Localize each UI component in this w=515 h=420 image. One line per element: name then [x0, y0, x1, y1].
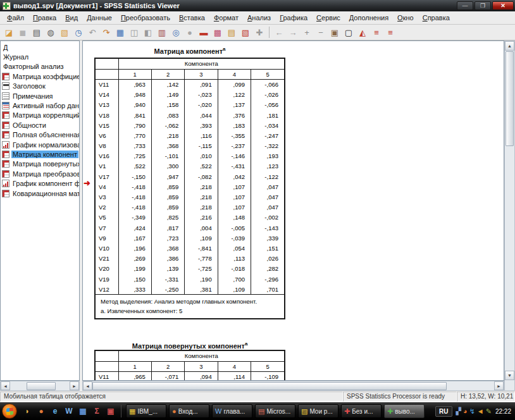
- collapse-icon[interactable]: −: [314, 27, 327, 39]
- restore-button[interactable]: ❐: [475, 1, 491, 10]
- pivot-table[interactable]: Компонента12345V11,965-,071,094,114-,109: [94, 350, 285, 381]
- collapse-outline-icon[interactable]: ◭: [356, 27, 369, 39]
- start-button[interactable]: [2, 404, 17, 419]
- print-preview-icon[interactable]: ◍: [44, 27, 57, 39]
- insert-columns-icon[interactable]: ≡: [384, 27, 397, 39]
- menu-item-3[interactable]: Вид: [61, 13, 82, 23]
- sidebar-item-10[interactable]: Полная объясненная: [1, 130, 79, 140]
- menu-item-12[interactable]: Окно: [393, 13, 418, 23]
- tray-icon-pen[interactable]: ✎: [486, 408, 492, 415]
- insert-title-icon[interactable]: ▩: [211, 27, 224, 39]
- sidebar-item-9[interactable]: Общности: [1, 120, 79, 130]
- insert-text-icon[interactable]: ▤: [225, 27, 238, 39]
- quicklaunch-icon-2[interactable]: ●: [35, 405, 47, 417]
- quicklaunch-icon-3[interactable]: e: [49, 405, 61, 417]
- scroll-right-icon[interactable]: ►: [494, 381, 504, 390]
- column-header: 4: [218, 361, 251, 371]
- insert-rows-icon[interactable]: ≡: [370, 27, 383, 39]
- export-icon[interactable]: ▧: [58, 27, 71, 39]
- minimize-button[interactable]: —: [457, 1, 473, 10]
- chart-icon: [2, 180, 9, 187]
- sidebar-item-3[interactable]: Факторный анализ: [1, 62, 79, 71]
- outline-hscrollbar[interactable]: ◄ ►: [0, 381, 80, 391]
- task-button-3[interactable]: Wглава...: [212, 404, 252, 418]
- save-icon[interactable]: ◼: [16, 27, 29, 39]
- menu-item-5[interactable]: Преобразовать: [116, 13, 175, 23]
- sidebar-item-1[interactable]: Д: [1, 42, 79, 52]
- sidebar-item-13[interactable]: Матрица повернутых к: [1, 159, 79, 169]
- close-button[interactable]: ✕: [492, 1, 514, 10]
- find-icon[interactable]: ◎: [170, 27, 182, 39]
- tray-icon-lightning[interactable]: ↯: [469, 408, 475, 415]
- find-next-icon[interactable]: ●: [183, 27, 196, 39]
- scroll-up-icon[interactable]: ▲: [505, 41, 514, 51]
- insert-object-icon[interactable]: ▧: [239, 27, 252, 39]
- goto-data-icon[interactable]: ◫: [128, 27, 140, 39]
- scroll-left-icon[interactable]: ◄: [83, 381, 92, 390]
- sidebar-item-14[interactable]: Матрица преобразова: [1, 169, 79, 178]
- sidebar-item-6[interactable]: Примечания: [1, 91, 79, 101]
- menu-item-1[interactable]: Файл: [3, 13, 28, 23]
- outline-hscroll-thumb[interactable]: [27, 382, 56, 390]
- expand-icon[interactable]: +: [301, 27, 313, 39]
- menu-item-8[interactable]: Анализ: [243, 13, 275, 23]
- scroll-left-icon[interactable]: ◄: [1, 381, 10, 390]
- menu-item-7[interactable]: Формат: [209, 13, 243, 23]
- sidebar-item-15[interactable]: График компонент фа: [1, 178, 79, 188]
- undo-icon[interactable]: ↶: [86, 27, 99, 39]
- quicklaunch-icon-4[interactable]: W: [63, 405, 75, 417]
- sidebar-item-12[interactable]: Матрица компонент: [1, 149, 79, 159]
- tray-icon-flame[interactable]: ◕: [463, 408, 468, 415]
- recall-dialogs-icon[interactable]: ◷: [72, 27, 85, 39]
- promote-icon[interactable]: ←: [273, 27, 285, 39]
- task-button-4[interactable]: ▤Micros...: [255, 404, 295, 418]
- demote-icon[interactable]: →: [287, 27, 299, 39]
- goto-case-icon[interactable]: ◧: [142, 27, 154, 39]
- insert-heading-icon[interactable]: ▬: [197, 27, 210, 39]
- sidebar-item-2[interactable]: Журнал: [1, 52, 79, 61]
- cell-value: ,386: [151, 254, 184, 264]
- redo-icon[interactable]: ↷: [100, 27, 113, 39]
- show-icon[interactable]: ▣: [328, 27, 341, 39]
- select-last-output-icon[interactable]: ✚: [253, 27, 266, 39]
- quicklaunch-icon-7[interactable]: ▣: [104, 405, 117, 417]
- sidebar-item-4[interactable]: Матрица коэффициент: [1, 71, 79, 81]
- task-button-6[interactable]: ✚Без и...: [341, 404, 382, 418]
- task-button-7[interactable]: ✚выво...: [384, 404, 425, 418]
- cell-value: ,091: [185, 79, 218, 89]
- menu-item-4[interactable]: Данные: [82, 13, 116, 23]
- task-button-2[interactable]: ●Вход...: [169, 404, 209, 418]
- sidebar-item-16[interactable]: Ковариационная матр: [1, 188, 79, 198]
- task-button-1[interactable]: ▦IBM_...: [126, 404, 166, 418]
- scroll-down-icon[interactable]: ▼: [505, 371, 514, 380]
- menu-item-11[interactable]: Дополнения: [345, 13, 393, 23]
- menu-item-2[interactable]: Правка: [28, 13, 61, 23]
- variables-icon[interactable]: ▥: [156, 27, 168, 39]
- menu-item-10[interactable]: Сервис: [312, 13, 345, 23]
- menu-item-13[interactable]: Справка: [418, 13, 454, 23]
- tray-icon-volume[interactable]: ◄: [477, 408, 484, 415]
- content-vscrollbar[interactable]: ▲ ▼: [504, 40, 515, 391]
- sidebar-item-7[interactable]: Активный набор данн: [1, 101, 79, 110]
- print-icon[interactable]: ▤: [30, 27, 43, 39]
- quicklaunch-icon-1[interactable]: ◗: [21, 405, 34, 417]
- sidebar-item-11[interactable]: График нормализован: [1, 140, 79, 149]
- quicklaunch-icon-6[interactable]: Σ: [90, 405, 103, 417]
- pivot-table[interactable]: Компонента12345V11,963,142,091,099-,066V…: [94, 58, 285, 319]
- content-hscroll-thumb[interactable]: [92, 382, 447, 390]
- content-vscroll-thumb[interactable]: [506, 51, 514, 146]
- task-button-5[interactable]: ▨Мои р...: [298, 404, 338, 418]
- sidebar-item-8[interactable]: Матрица корреляций: [1, 111, 79, 120]
- language-indicator[interactable]: RU: [435, 406, 452, 417]
- goto-table-icon[interactable]: ▦: [114, 27, 127, 39]
- sidebar-item-5[interactable]: Заголовок: [1, 82, 79, 91]
- menu-item-6[interactable]: Вставка: [175, 13, 209, 23]
- table-icon: [2, 170, 9, 178]
- quicklaunch-icon-5[interactable]: ▦: [77, 405, 89, 417]
- menu-item-9[interactable]: Графика: [275, 13, 312, 23]
- open-file-icon[interactable]: ◪: [3, 27, 15, 39]
- hide-icon[interactable]: ▢: [342, 27, 355, 39]
- scroll-right-icon[interactable]: ►: [70, 381, 79, 390]
- content-hscrollbar[interactable]: ◄ ►: [82, 381, 504, 391]
- tray-icon-network[interactable]: ▞: [456, 408, 461, 415]
